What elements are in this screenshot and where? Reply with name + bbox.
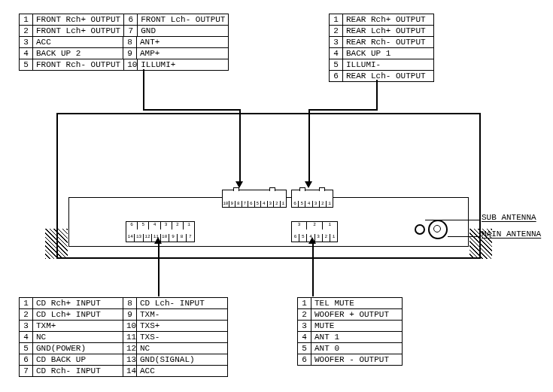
pin-label: FRONT Lch+ OUTPUT [33, 26, 124, 36]
arrow-up-icon [154, 237, 162, 244]
pinout-row: 5FRONT Rch- OUTPUT10ILLUMI+ [20, 59, 228, 70]
pinout-table-bottom-left: 1CD Rch+ INPUT8CD Lch- INPUT2CD Lch+ INP… [19, 297, 228, 377]
pin-label: ANT+ [137, 37, 227, 47]
pin-label: NC [33, 332, 123, 342]
connector-top-10pin: 10987654321 [222, 190, 287, 208]
main-antenna-jack [428, 220, 448, 239]
connector-pin: 3 [161, 222, 172, 229]
pin-label: WOOFER + OUTPUT [311, 309, 402, 320]
connector-pin: 1 [327, 201, 333, 207]
pin-label: FRONT Lch- OUTPUT [138, 14, 228, 25]
pinout-row: 4NC11TXS- [20, 332, 227, 343]
pinout-table-top-right: 1REAR Rch+ OUTPUT2REAR Lch+ OUTPUT3REAR … [329, 14, 434, 82]
connector-pin: 1 [281, 201, 287, 207]
pin-label: ANT 0 [311, 343, 402, 354]
pin-num: 9 [123, 309, 137, 320]
pin-num: 5 [330, 59, 343, 70]
wiring-diagram: 1FRONT Rch+ OUTPUT6FRONT Lch- OUTPUT2FRO… [0, 0, 553, 392]
pin-label: CD Rch- INPUT [33, 366, 123, 376]
pin-label: REAR Lch- OUTPUT [343, 71, 433, 81]
connector-pin: 6 [248, 201, 255, 207]
connector-pin: 2 [172, 222, 184, 229]
pin-label: ACC [137, 366, 227, 376]
main-antenna-label: MAIN ANTENNA [482, 229, 541, 239]
connector-pin: 9 [169, 234, 178, 242]
pin-label: CD Lch- INPUT [137, 298, 227, 308]
wire [143, 69, 144, 111]
arrow-down-icon [235, 181, 243, 188]
pinout-table-bottom-right: 1TEL MUTE2WOOFER + OUTPUT3MUTE4ANT 15ANT… [297, 297, 403, 366]
pinout-row: 3ACC8ANT+ [20, 37, 228, 48]
pin-num: 2 [20, 309, 33, 320]
pin-num: 3 [20, 37, 33, 47]
connector-pin: 7 [187, 234, 194, 242]
sub-antenna-leader [425, 220, 481, 220]
pin-label: REAR Lch+ OUTPUT [343, 26, 433, 36]
main-antenna-leader [448, 236, 481, 237]
connector-top-6pin: 654321 [291, 190, 333, 208]
pin-num: 6 [330, 71, 343, 81]
pin-label: MUTE [311, 321, 402, 331]
pin-num: 5 [298, 343, 311, 354]
pin-num: 4 [330, 48, 343, 59]
pin-label: ILLUMI+ [138, 59, 228, 70]
pinout-row: 2FRONT Lch+ OUTPUT7GND [20, 26, 228, 37]
pin-num: 8 [123, 37, 137, 47]
pin-num: 4 [20, 48, 33, 59]
pinout-row: 4BACK UP 1 [330, 48, 433, 59]
pin-label: TXM+ [33, 321, 123, 331]
pinout-row: 1TEL MUTE [298, 298, 402, 309]
connector-pin: 4 [149, 222, 160, 229]
connector-pin: 6 [292, 201, 299, 207]
pinout-row: 1CD Rch+ INPUT8CD Lch- INPUT [20, 298, 227, 309]
connector-pin: 5 [255, 201, 262, 207]
pinout-row: 6WOOFER - OUTPUT [298, 354, 402, 365]
wire [158, 242, 160, 296]
pin-label: CD Lch+ INPUT [33, 309, 123, 320]
pin-label: FRONT Rch+ OUTPUT [33, 14, 124, 25]
pin-num: 1 [330, 14, 343, 25]
connector-pin: 3 [315, 234, 323, 242]
arrow-down-icon [305, 181, 312, 188]
pin-label: TXS+ [137, 321, 227, 331]
connector-pin: 7 [242, 201, 249, 207]
pin-label: REAR Rch+ OUTPUT [343, 14, 433, 25]
pinout-row: 6REAR Lch- OUTPUT [330, 71, 433, 81]
connector-pin: 5 [138, 222, 149, 229]
connector-pin: 9 [229, 201, 236, 207]
connector-pin: 10 [161, 234, 169, 242]
pin-label: GND [138, 26, 228, 36]
wire [239, 109, 241, 183]
pin-num: 3 [330, 37, 343, 47]
pin-num: 9 [123, 48, 137, 59]
wire [308, 109, 378, 111]
pin-label: NC [137, 343, 227, 354]
pin-num: 14 [123, 366, 137, 376]
connector-pin: 3 [313, 201, 320, 207]
pin-num: 10 [123, 321, 137, 331]
connector-pin: 3 [292, 222, 307, 229]
pinout-row: 3MUTE [298, 321, 402, 332]
pinout-row: 3REAR Rch- OUTPUT [330, 37, 433, 48]
pinout-row: 5ANT 0 [298, 343, 402, 354]
pin-num: 4 [20, 332, 33, 342]
pin-num: 4 [298, 332, 311, 342]
pin-num: 6 [298, 354, 311, 365]
pin-label: GND(POWER) [33, 343, 123, 354]
sub-antenna-label: SUB ANTENNA [482, 213, 536, 222]
pin-num: 2 [20, 26, 33, 36]
pin-label: REAR Rch- OUTPUT [343, 37, 433, 47]
pin-num: 6 [20, 354, 33, 365]
connector-pin: 5 [299, 201, 305, 207]
pin-label: BACK UP 2 [33, 48, 123, 59]
connector-pin: 8 [178, 234, 186, 242]
pinout-row: 3TXM+10TXS+ [20, 321, 227, 332]
wire [143, 109, 239, 111]
pin-num: 2 [330, 26, 343, 36]
connector-pin: 10 [223, 201, 229, 207]
pinout-row: 2WOOFER + OUTPUT [298, 309, 402, 321]
connector-pin: 2 [274, 201, 281, 207]
pin-num: 1 [298, 298, 311, 308]
pin-num: 10 [124, 59, 138, 70]
pin-num: 5 [20, 59, 33, 70]
